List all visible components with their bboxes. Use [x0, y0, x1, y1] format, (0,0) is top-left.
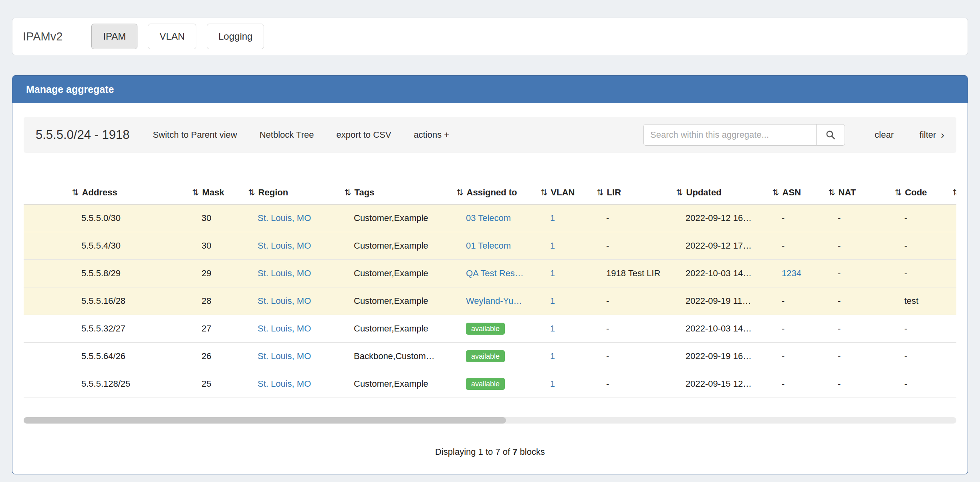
- tab-ipam[interactable]: IPAM: [91, 24, 137, 49]
- cell-assigned-to: available: [452, 315, 536, 343]
- region-link[interactable]: St. Louis, MO: [258, 323, 311, 333]
- column-label: ASN: [782, 187, 801, 197]
- cell-tags: Backbone,Custom…: [340, 343, 452, 370]
- cell-spacer: [24, 343, 68, 370]
- netblock-tree-link[interactable]: Netblock Tree: [260, 130, 314, 140]
- vlan-link[interactable]: 1: [550, 241, 555, 251]
- cell-vlan: 1: [536, 205, 593, 232]
- vlan-link[interactable]: 1: [550, 296, 555, 306]
- available-status-badge: available: [466, 350, 505, 362]
- table-row: 5.5.5.32/2727St. Louis, MOCustomer,Examp…: [24, 315, 956, 343]
- vlan-link[interactable]: 1: [550, 213, 555, 223]
- assigned-to-link[interactable]: QA Test Res…: [466, 268, 524, 278]
- region-link[interactable]: St. Louis, MO: [258, 379, 311, 389]
- cell-nat: -: [824, 315, 891, 343]
- app-title: IPAMv2: [23, 30, 63, 43]
- sort-icon: ⇅: [597, 188, 603, 197]
- cell-code: -: [891, 315, 948, 343]
- column-header-partial[interactable]: ⇅: [948, 187, 956, 205]
- cell-vlan: 1: [536, 315, 593, 343]
- horizontal-scrollbar-track[interactable]: [24, 417, 956, 424]
- cell-spacer: [24, 232, 68, 260]
- region-link[interactable]: St. Louis, MO: [258, 241, 311, 251]
- cell-partial: [948, 287, 956, 315]
- manage-aggregate-panel: Manage aggregate 5.5.5.0/24 - 1918 Switc…: [12, 75, 968, 474]
- export-csv-link[interactable]: export to CSV: [336, 130, 391, 140]
- vlan-link[interactable]: 1: [550, 268, 555, 278]
- filter-label: filter: [920, 130, 936, 140]
- cell-updated: 2022-10-03 14…: [672, 315, 768, 343]
- sort-icon: ⇅: [895, 188, 901, 197]
- cell-lir: -: [593, 315, 672, 343]
- cell-code: -: [891, 232, 948, 260]
- column-header-region[interactable]: ⇅Region: [244, 187, 340, 205]
- column-label: Mask: [202, 187, 224, 197]
- cell-code: -: [891, 370, 948, 398]
- cell-nat: -: [824, 287, 891, 315]
- cell-address: 5.5.5.16/28: [68, 287, 188, 315]
- sort-icon: ⇅: [772, 188, 779, 197]
- column-header-lir[interactable]: ⇅LIR: [593, 187, 672, 205]
- vlan-link[interactable]: 1: [550, 379, 555, 389]
- aggregate-toolbar: 5.5.5.0/24 - 1918 Switch to Parent view …: [24, 117, 956, 153]
- column-header-vlan[interactable]: ⇅VLAN: [536, 187, 593, 205]
- cell-code: -: [891, 343, 948, 370]
- clear-search-link[interactable]: clear: [875, 130, 894, 140]
- column-header-updated[interactable]: ⇅Updated: [672, 187, 768, 205]
- column-header-mask[interactable]: ⇅Mask: [188, 187, 244, 205]
- cell-updated: 2022-09-19 16…: [672, 343, 768, 370]
- actions-menu-link[interactable]: actions +: [413, 130, 449, 140]
- cell-region: St. Louis, MO: [244, 260, 340, 287]
- column-header-code[interactable]: ⇅Code: [891, 187, 948, 205]
- switch-parent-view-link[interactable]: Switch to Parent view: [153, 130, 237, 140]
- cell-updated: 2022-09-15 12…: [672, 370, 768, 398]
- search-input[interactable]: [643, 124, 817, 146]
- cell-region: St. Louis, MO: [244, 343, 340, 370]
- sort-icon: ⇅: [540, 188, 547, 197]
- table-row: 5.5.5.64/2626St. Louis, MOBackbone,Custo…: [24, 343, 956, 370]
- table-header-row: ⇅Address⇅Mask⇅Region⇅Tags⇅Assigned to⇅VL…: [24, 187, 956, 205]
- region-link[interactable]: St. Louis, MO: [258, 268, 311, 278]
- cell-mask: 30: [188, 232, 244, 260]
- column-header-address[interactable]: ⇅Address: [68, 187, 188, 205]
- assigned-to-link[interactable]: 01 Telecom: [466, 241, 511, 251]
- vlan-link[interactable]: 1: [550, 351, 555, 361]
- cell-region: St. Louis, MO: [244, 205, 340, 232]
- available-status-badge: available: [466, 378, 505, 390]
- cell-asn: -: [768, 232, 824, 260]
- cell-tags: Customer,Example: [340, 370, 452, 398]
- cell-asn: -: [768, 205, 824, 232]
- cell-tags: Customer,Example: [340, 205, 452, 232]
- sort-icon: ⇅: [192, 188, 199, 197]
- chevron-right-icon: ›: [941, 130, 944, 140]
- sort-icon: ⇅: [456, 188, 463, 197]
- region-link[interactable]: St. Louis, MO: [258, 296, 311, 306]
- cell-assigned-to: available: [452, 370, 536, 398]
- cell-spacer: [24, 370, 68, 398]
- cell-vlan: 1: [536, 232, 593, 260]
- column-header-assigned-to[interactable]: ⇅Assigned to: [452, 187, 536, 205]
- cell-updated: 2022-09-12 16…: [672, 205, 768, 232]
- search-button[interactable]: [816, 124, 845, 146]
- region-link[interactable]: St. Louis, MO: [258, 213, 311, 223]
- cell-partial: [948, 315, 956, 343]
- cell-nat: -: [824, 260, 891, 287]
- filter-toggle-link[interactable]: filter ›: [920, 130, 944, 140]
- column-header-asn[interactable]: ⇅ASN: [768, 187, 824, 205]
- column-label: VLAN: [551, 187, 575, 197]
- horizontal-scrollbar-thumb[interactable]: [24, 417, 506, 424]
- cell-lir: -: [593, 370, 672, 398]
- column-header-tags[interactable]: ⇅Tags: [340, 187, 452, 205]
- tab-logging[interactable]: Logging: [207, 24, 264, 49]
- assigned-to-link[interactable]: 03 Telecom: [466, 213, 511, 223]
- sort-icon: ⇅: [248, 188, 255, 197]
- column-header-nat[interactable]: ⇅NAT: [824, 187, 891, 205]
- assigned-to-link[interactable]: Weyland-Yu…: [466, 296, 522, 306]
- region-link[interactable]: St. Louis, MO: [258, 351, 311, 361]
- asn-link[interactable]: 1234: [782, 268, 801, 278]
- tab-vlan[interactable]: VLAN: [148, 24, 196, 49]
- cell-vlan: 1: [536, 260, 593, 287]
- cell-partial: [948, 205, 956, 232]
- vlan-link[interactable]: 1: [550, 323, 555, 333]
- cell-assigned-to: 03 Telecom: [452, 205, 536, 232]
